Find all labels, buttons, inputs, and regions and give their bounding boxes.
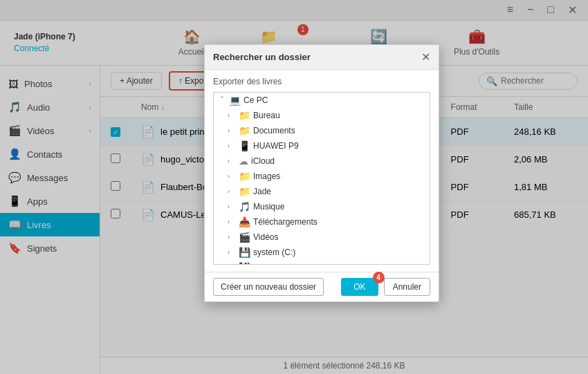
folder-icon: 📁 xyxy=(239,125,250,136)
music-icon: 🎵 xyxy=(239,201,250,212)
jade-icon: 📁 xyxy=(239,186,250,197)
chevron-huawei: › xyxy=(228,142,236,149)
chevron-systemc: › xyxy=(228,249,236,256)
chevron-documents: › xyxy=(228,127,236,134)
chevron-musique: › xyxy=(228,203,236,210)
tree-label-systemc: system (C:) xyxy=(253,247,295,257)
folder-modal: Rechercher un dossier ✕ Exporter des liv… xyxy=(204,44,439,302)
folder-icon: 📁 xyxy=(239,110,250,121)
modal-overlay: Rechercher un dossier ✕ Exporter des liv… xyxy=(0,0,588,374)
tree-item-bureau[interactable]: › 📁 Bureau xyxy=(214,108,430,123)
modal-header: Rechercher un dossier ✕ xyxy=(205,45,439,70)
pc-icon: 💻 xyxy=(229,95,241,106)
tree-label-images: Images xyxy=(253,171,280,181)
new-folder-button[interactable]: Créer un nouveau dossier xyxy=(213,278,324,296)
tree-item-pc[interactable]: › 💻 Ce PC xyxy=(214,93,430,108)
tree-label-videos: Vidéos xyxy=(253,232,278,242)
modal-footer-actions: 4 OK Annuler xyxy=(341,278,430,296)
tree-item-huawei[interactable]: › 📱 HUAWEI P9 xyxy=(214,138,430,153)
tree-label-bureau: Bureau xyxy=(253,111,280,120)
chevron-videos: › xyxy=(228,234,236,241)
tree-label-icloud: iCloud xyxy=(251,156,275,166)
tree-item-drived[interactable]: › 💾 Disque Local (D:) xyxy=(214,260,430,265)
tree-label-drived: Disque Local (D:) xyxy=(253,263,318,265)
chevron-drived: › xyxy=(228,264,236,265)
tree-item-musique[interactable]: › 🎵 Musique xyxy=(214,199,430,214)
tree-label-pc: Ce PC xyxy=(244,95,268,105)
tree-item-images[interactable]: › 📁 Images xyxy=(214,169,430,184)
modal-body: Exporter des livres › 💻 Ce PC › 📁 Bureau… xyxy=(205,70,439,272)
tree-item-videos[interactable]: › 🎬 Vidéos xyxy=(214,230,430,245)
chevron-pc: › xyxy=(219,96,226,104)
tree-label-documents: Documents xyxy=(253,126,295,135)
tree-item-documents[interactable]: › 📁 Documents xyxy=(214,123,430,138)
modal-close-button[interactable]: ✕ xyxy=(421,50,430,64)
cloud-icon: ☁ xyxy=(239,156,248,167)
download-icon: 📥 xyxy=(239,216,250,227)
images-icon: 📁 xyxy=(239,171,250,182)
tree-item-systemc[interactable]: › 💾 system (C:) xyxy=(214,245,430,260)
modal-footer: Créer un nouveau dossier 4 OK Annuler xyxy=(205,272,439,301)
chevron-images: › xyxy=(228,173,236,180)
huawei-icon: 📱 xyxy=(239,140,250,151)
chevron-bureau: › xyxy=(228,112,236,119)
tree-label-musique: Musique xyxy=(253,202,284,212)
tree-label-telechargements: Téléchargements xyxy=(253,217,318,227)
chevron-jade: › xyxy=(228,188,236,195)
modal-subtitle: Exporter des livres xyxy=(213,77,430,86)
tree-item-icloud[interactable]: › ☁ iCloud xyxy=(214,153,430,169)
ok-button[interactable]: 4 OK xyxy=(341,278,378,296)
tree-item-jade[interactable]: › 📁 Jade xyxy=(214,184,430,199)
tree-label-huawei: HUAWEI P9 xyxy=(253,141,299,151)
folder-tree: › 💻 Ce PC › 📁 Bureau › 📁 Documents › 📱 xyxy=(213,92,430,265)
cancel-button[interactable]: Annuler xyxy=(384,278,430,296)
tree-item-telechargements[interactable]: › 📥 Téléchargements xyxy=(214,214,430,230)
videos-icon: 🎬 xyxy=(239,232,250,243)
drive-c-icon: 💾 xyxy=(239,247,250,258)
chevron-telechargements: › xyxy=(228,218,236,225)
chevron-icloud: › xyxy=(228,158,236,165)
ok-badge: 4 xyxy=(373,272,385,283)
drive-d-icon: 💾 xyxy=(239,262,250,265)
tree-label-jade: Jade xyxy=(253,187,271,196)
modal-title: Rechercher un dossier xyxy=(213,52,311,62)
